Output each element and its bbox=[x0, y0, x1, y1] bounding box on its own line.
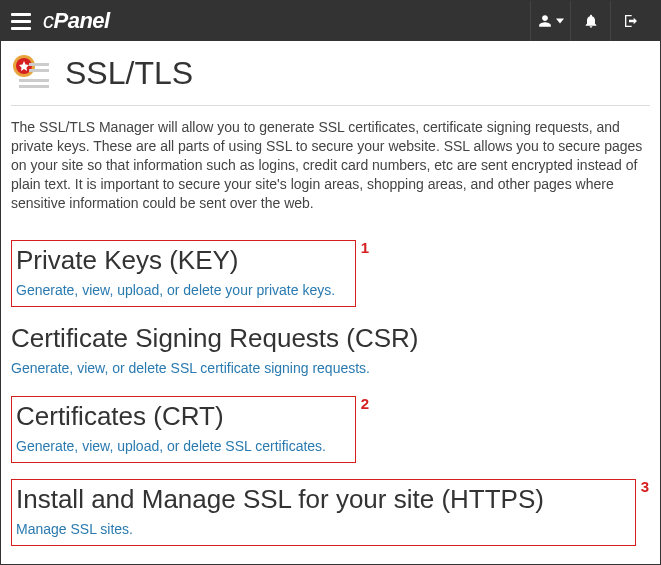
top-nav-bar: cPanel bbox=[1, 1, 660, 41]
page-title: SSL/TLS bbox=[65, 55, 193, 92]
main-content: SSL/TLS The SSL/TLS Manager will allow y… bbox=[1, 41, 660, 565]
annotation-1: 1 bbox=[361, 239, 369, 256]
private-keys-link[interactable]: Generate, view, upload, or delete your p… bbox=[16, 282, 349, 302]
logout-button[interactable] bbox=[610, 1, 650, 41]
svg-rect-2 bbox=[29, 63, 49, 66]
certificates-heading: Certificates (CRT) bbox=[16, 401, 224, 432]
svg-rect-5 bbox=[19, 85, 49, 88]
user-icon bbox=[538, 14, 552, 28]
section-csr: Certificate Signing Requests (CSR) Gener… bbox=[11, 323, 650, 380]
annotation-2: 2 bbox=[361, 395, 369, 412]
section-install-ssl: Install and Manage SSL for your site (HT… bbox=[11, 479, 650, 546]
logout-icon bbox=[623, 13, 639, 29]
svg-rect-4 bbox=[19, 79, 49, 82]
cpanel-logo[interactable]: cPanel bbox=[43, 8, 110, 34]
page-description: The SSL/TLS Manager will allow you to ge… bbox=[11, 118, 650, 212]
chevron-down-icon bbox=[556, 17, 564, 25]
bell-icon bbox=[583, 13, 599, 29]
hamburger-menu-icon[interactable] bbox=[11, 13, 31, 30]
svg-rect-3 bbox=[29, 69, 49, 72]
section-private-keys: Private Keys (KEY) Generate, view, uploa… bbox=[11, 240, 650, 307]
page-header: SSL/TLS bbox=[11, 53, 650, 106]
section-certificates: Certificates (CRT) Generate, view, uploa… bbox=[11, 396, 650, 463]
user-menu-button[interactable] bbox=[530, 1, 570, 41]
annotation-3: 3 bbox=[641, 478, 649, 495]
install-ssl-heading: Install and Manage SSL for your site (HT… bbox=[16, 484, 544, 515]
notifications-button[interactable] bbox=[570, 1, 610, 41]
certificates-link[interactable]: Generate, view, upload, or delete SSL ce… bbox=[16, 438, 349, 458]
ssl-certificate-icon bbox=[11, 53, 51, 93]
csr-link[interactable]: Generate, view, or delete SSL certificat… bbox=[11, 360, 650, 380]
private-keys-heading: Private Keys (KEY) bbox=[16, 245, 239, 276]
install-ssl-link[interactable]: Manage SSL sites. bbox=[16, 521, 629, 541]
csr-heading: Certificate Signing Requests (CSR) bbox=[11, 323, 419, 354]
